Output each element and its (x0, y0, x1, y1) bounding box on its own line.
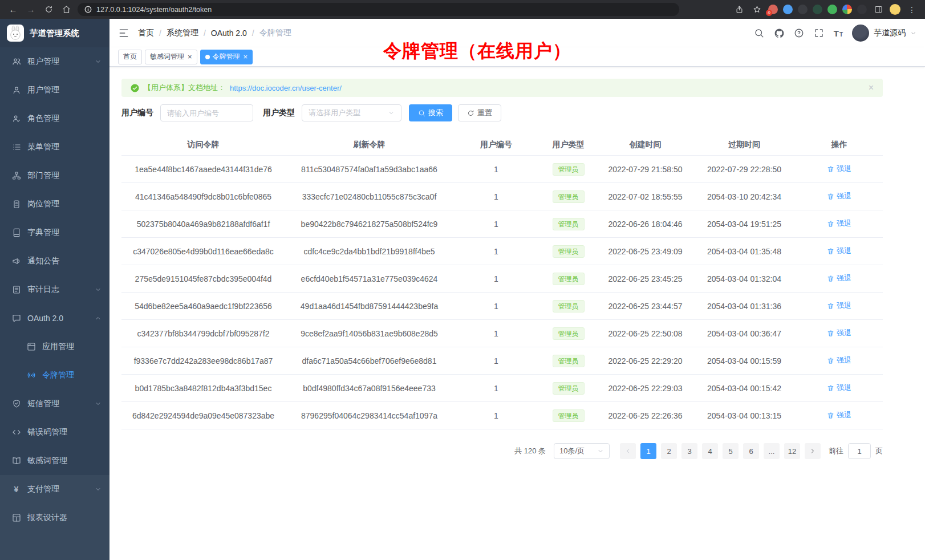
prev-page-button[interactable] (620, 443, 636, 459)
refresh-token-cell: 333ecfc71e02480cb11055c875c3ca0f (285, 192, 453, 201)
user-id-cell: 1 (453, 165, 539, 174)
extension-icon-1[interactable]: 0 (768, 5, 778, 14)
github-icon[interactable] (774, 28, 785, 39)
page-button-1[interactable]: 1 (640, 443, 656, 459)
sidebar-item-notice[interactable]: 通知公告 (0, 247, 109, 275)
sidebar-item-department[interactable]: 部门管理 (0, 161, 109, 190)
force-logout-button[interactable]: 强退 (827, 218, 851, 229)
extension-icon-5[interactable] (827, 5, 837, 14)
sidebar-item-oauth-app[interactable]: 应用管理 (0, 332, 109, 361)
alert-close-icon[interactable]: × (869, 83, 874, 92)
goto-page-input[interactable] (848, 443, 871, 459)
extension-icon-6[interactable] (842, 5, 852, 14)
site-info-icon[interactable] (84, 6, 92, 13)
share-icon[interactable] (733, 3, 745, 16)
sidebar-item-user[interactable]: 用户管理 (0, 76, 109, 104)
extension-icon-7[interactable] (857, 5, 867, 14)
force-logout-button[interactable]: 强退 (827, 383, 851, 393)
reset-button[interactable]: 重置 (458, 104, 501, 121)
extension-icon-3[interactable] (798, 5, 808, 14)
hamburger-icon[interactable] (118, 27, 129, 39)
page-button-12[interactable]: 12 (784, 443, 800, 459)
next-page-button[interactable] (805, 443, 821, 459)
page-button-5[interactable]: 5 (723, 443, 739, 459)
force-logout-button[interactable]: 强退 (827, 328, 851, 338)
refresh-token-cell: 9ce8ef2aa9f14056b831ae9b608e28d5 (285, 329, 453, 338)
force-logout-button[interactable]: 强退 (827, 164, 851, 174)
table-header-row: 访问令牌 刷新令牌 用户编号 用户类型 创建时间 过期时间 操作 (121, 134, 883, 156)
address-bar[interactable]: 127.0.0.1:1024/system/oauth2/token (78, 3, 679, 16)
force-logout-label: 强退 (837, 273, 851, 283)
sidebar-item-role[interactable]: 角色管理 (0, 104, 109, 133)
font-size-icon[interactable]: TT (834, 29, 843, 38)
breadcrumb-system[interactable]: 系统管理 (167, 28, 198, 38)
breadcrumb-current: 令牌管理 (259, 28, 291, 38)
page-ellipsis[interactable]: ... (764, 443, 780, 459)
sidebar-item-report-designer[interactable]: 报表设计器 (0, 504, 109, 532)
sidebar-item-label: 审计日志 (27, 285, 59, 295)
alert-doc-link[interactable]: https://doc.iocoder.cn/user-center/ (230, 84, 342, 92)
close-icon[interactable]: × (188, 53, 192, 60)
sidebar-item-error-code[interactable]: 错误码管理 (0, 418, 109, 447)
force-logout-button[interactable]: 强退 (827, 246, 851, 256)
search-button[interactable]: 搜索 (409, 104, 452, 121)
user-id-input[interactable] (160, 104, 253, 121)
sidebar-item-audit-log[interactable]: 审计日志 (0, 275, 109, 304)
sidebar-item-sms[interactable]: 短信管理 (0, 389, 109, 418)
help-icon[interactable] (794, 28, 805, 39)
sidebar-item-tenant[interactable]: 租户管理 (0, 47, 109, 76)
user-type-select[interactable]: 请选择用户类型 (302, 104, 401, 121)
close-icon[interactable]: × (244, 53, 248, 60)
force-logout-button[interactable]: 强退 (827, 301, 851, 311)
sidebar-menu: 租户管理 用户管理 角色管理 菜单管理 部门管理 岗位管理 (0, 47, 109, 560)
user-type-label: 用户类型 (263, 108, 295, 118)
role-icon (11, 114, 21, 124)
app-logo[interactable]: 芋道管理系统 (0, 19, 109, 47)
tag-label: 敏感词管理 (150, 52, 184, 62)
page-button-6[interactable]: 6 (743, 443, 759, 459)
breadcrumb-home[interactable]: 首页 (138, 28, 154, 38)
force-logout-button[interactable]: 强退 (827, 355, 851, 366)
page-button-4[interactable]: 4 (702, 443, 718, 459)
breadcrumb-oauth[interactable]: OAuth 2.0 (211, 29, 247, 38)
table-row: 54d6be82ee5a460a9aedc1f9bf223656 49d1aa4… (121, 293, 883, 320)
reload-icon[interactable] (42, 3, 55, 16)
user-menu[interactable]: 芋道源码 (852, 25, 916, 42)
user-type-cell: 管理员 (539, 382, 598, 395)
user-type-cell: 管理员 (539, 300, 598, 313)
access-token-cell: 41c41346a548490f9dc8b01c6bfe0865 (121, 192, 285, 201)
sidebar-item-sensitive-word[interactable]: 敏感词管理 (0, 447, 109, 475)
tag-sensitive-word[interactable]: 敏感词管理 × (145, 50, 197, 64)
side-panel-icon[interactable] (872, 3, 885, 16)
extension-icon-2[interactable] (783, 5, 793, 14)
page-size-select[interactable]: 10条/页 (554, 443, 610, 459)
forward-icon[interactable]: → (25, 3, 37, 16)
browser-menu-icon[interactable]: ⋮ (906, 3, 918, 16)
sidebar-item-menu[interactable]: 菜单管理 (0, 133, 109, 161)
force-logout-button[interactable]: 强退 (827, 191, 851, 201)
sidebar-item-dict[interactable]: 字典管理 (0, 218, 109, 247)
sidebar-item-oauth-token[interactable]: 令牌管理 (0, 361, 109, 389)
search-icon[interactable] (754, 28, 765, 39)
table-row: 502375b8040a469a9b82188afdf6af1f be90422… (121, 210, 883, 238)
browser-profile-avatar[interactable] (890, 4, 900, 15)
bookmark-star-icon[interactable] (750, 3, 763, 16)
page-button-3[interactable]: 3 (681, 443, 697, 459)
sidebar-item-pay[interactable]: ¥ 支付管理 (0, 475, 109, 504)
back-icon[interactable]: ← (7, 3, 19, 16)
doc-alert: 【用户体系】文档地址： https://doc.iocoder.cn/user-… (121, 79, 883, 97)
force-logout-button[interactable]: 强退 (827, 273, 851, 283)
tag-home[interactable]: 首页 (118, 50, 142, 64)
tag-token[interactable]: 令牌管理 × (200, 50, 253, 64)
user-id-cell: 1 (453, 192, 539, 201)
page-button-2[interactable]: 2 (661, 443, 677, 459)
home-icon[interactable] (60, 3, 72, 16)
sidebar-item-post[interactable]: 岗位管理 (0, 190, 109, 218)
alert-text: 【用户体系】文档地址： (144, 83, 225, 93)
force-logout-button[interactable]: 强退 (827, 410, 851, 420)
force-logout-label: 强退 (837, 410, 851, 420)
sidebar-item-oauth[interactable]: OAuth 2.0 (0, 304, 109, 332)
refresh-icon (467, 109, 474, 117)
extension-icon-4[interactable] (813, 5, 822, 14)
fullscreen-icon[interactable] (814, 28, 825, 39)
